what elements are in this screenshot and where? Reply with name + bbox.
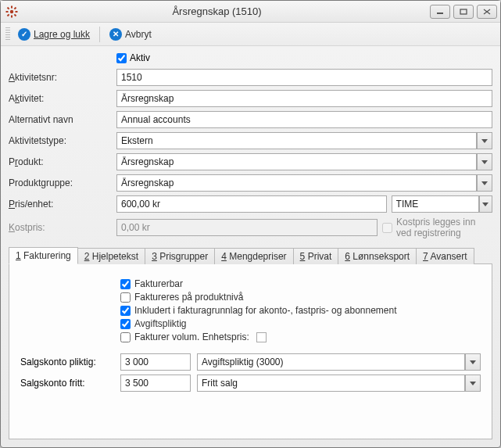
aktivitetstype-value[interactable] (116, 132, 477, 149)
label-salg-pliktig: Salgskonto pliktig: (20, 357, 114, 367)
produkt-value[interactable] (116, 153, 477, 170)
volum-price-input[interactable] (256, 332, 267, 342)
toolbar: ✓ Lagre og lukk ✕ Avbryt (1, 23, 500, 46)
toolbar-separator (99, 27, 100, 42)
tab-mengdepriser[interactable]: 4 Mengdepriser (214, 248, 293, 264)
save-close-label: Lagre og lukk (34, 29, 90, 40)
window-title: Årsregnskap (1510) (4, 5, 430, 17)
cancel-button[interactable]: ✕ Avbryt (105, 27, 156, 42)
chevron-down-icon[interactable] (479, 195, 492, 213)
tabstrip: 1 Fakturering 2 Hjelpetekst 3 Prisgruppe… (9, 246, 492, 264)
aktivitetsnr-input[interactable] (116, 69, 492, 86)
label-salg-fritt: Salgskonto fritt: (20, 378, 114, 389)
inkludert-check[interactable]: Inkludert i fakturagrunnlag for akonto-,… (120, 305, 481, 316)
window: Årsregnskap (1510) ✓ Lagre og lukk ✕ Avb… (0, 0, 501, 448)
svg-rect-10 (460, 9, 467, 14)
aktivitet-input[interactable] (116, 90, 492, 107)
tab-fakturering[interactable]: 1 Fakturering (9, 247, 78, 264)
inkludert-checkbox[interactable] (120, 306, 131, 316)
tab-prisgrupper[interactable]: 3 Prisgrupper (145, 248, 215, 264)
toolbar-grip (5, 27, 10, 41)
chevron-down-icon[interactable] (477, 153, 492, 170)
content: Aktiv Aktivitetsnr: Aktivitet: Alternati… (1, 46, 500, 447)
check-circle-icon: ✓ (18, 28, 30, 41)
aktiv-checkbox[interactable] (116, 53, 127, 63)
volum-check[interactable]: Fakturer volum. Enhetspris: (120, 332, 481, 342)
save-close-button[interactable]: ✓ Lagre og lukk (13, 27, 95, 42)
label-prisenhet: Pris/enhet: (9, 199, 110, 210)
cancel-label: Avbryt (125, 29, 152, 40)
kostpris-reg-check: Kostpris legges inn ved registrering (382, 217, 492, 238)
chevron-down-icon[interactable] (465, 375, 481, 392)
label-altnavn: Alternativt navn (9, 114, 110, 125)
tab-panel-fakturering: Fakturerbar Faktureres på produktnivå In… (9, 264, 492, 439)
tab-lonnseksport[interactable]: 6 Lønnseksport (338, 248, 417, 264)
label-aktivitetsnr: Aktivitetsnr: (9, 72, 110, 83)
svg-rect-9 (437, 13, 443, 14)
pris-input[interactable] (116, 195, 387, 213)
avgiftspliktig-check[interactable]: Avgiftspliktig (120, 318, 481, 329)
fakturering-checks: Fakturerbar Faktureres på produktnivå In… (120, 278, 481, 342)
maximize-button[interactable] (453, 5, 474, 19)
tab-privat[interactable]: 5 Privat (293, 248, 339, 264)
altnavn-input[interactable] (116, 111, 492, 128)
kostpris-reg-label: Kostpris legges inn ved registrering (396, 217, 492, 238)
produktniva-checkbox[interactable] (120, 292, 131, 303)
produkt-select[interactable] (116, 153, 492, 170)
kostpris-row: Kostpris legges inn ved registrering (116, 217, 492, 238)
salg-fritt-select[interactable] (197, 375, 481, 392)
unit-select[interactable] (392, 195, 479, 213)
label-produkt: Produkt: (9, 156, 110, 167)
fakturerbar-check[interactable]: Fakturerbar (120, 278, 481, 289)
produktgruppe-value[interactable] (116, 174, 477, 192)
kostpris-reg-checkbox (382, 223, 392, 233)
salg-fritt-text[interactable] (197, 375, 465, 392)
tab-avansert[interactable]: 7 Avansert (416, 248, 474, 264)
label-aktivitet: Aktivitet: (9, 93, 110, 104)
avgiftspliktig-checkbox[interactable] (120, 319, 131, 329)
salg-pliktig-konto[interactable] (120, 353, 191, 371)
salg-fritt-konto[interactable] (120, 375, 191, 392)
chevron-down-icon[interactable] (477, 174, 492, 192)
fakturerbar-checkbox[interactable] (120, 279, 131, 289)
aktiv-label: Aktiv (130, 52, 150, 63)
window-controls (430, 5, 497, 19)
label-kostpris: Kostpris: (9, 222, 110, 233)
pris-row (116, 195, 492, 213)
chevron-down-icon[interactable] (477, 132, 492, 149)
salg-pliktig-select[interactable] (197, 353, 481, 371)
label-produktgruppe: Produktgruppe: (9, 177, 110, 188)
tab-hjelpetekst[interactable]: 2 Hjelpetekst (77, 248, 145, 264)
label-aktivitetstype: Aktivitetstype: (9, 135, 110, 146)
titlebar: Årsregnskap (1510) (1, 1, 500, 23)
aktiv-row: Aktiv (116, 52, 492, 63)
produktgruppe-select[interactable] (116, 174, 492, 192)
aktivitetstype-select[interactable] (116, 132, 492, 149)
volum-checkbox[interactable] (120, 332, 131, 342)
x-circle-icon: ✕ (109, 28, 122, 41)
kostpris-input (116, 219, 378, 236)
minimize-button[interactable] (430, 5, 450, 19)
form-grid: Aktiv Aktivitetsnr: Aktivitet: Alternati… (9, 52, 492, 238)
salgskonto-grid: Salgskonto pliktig: Salgskonto fritt: (20, 353, 481, 392)
salg-pliktig-text[interactable] (197, 353, 465, 371)
produktniva-check[interactable]: Faktureres på produktnivå (120, 292, 481, 303)
chevron-down-icon[interactable] (465, 353, 481, 371)
close-button[interactable] (477, 5, 497, 19)
